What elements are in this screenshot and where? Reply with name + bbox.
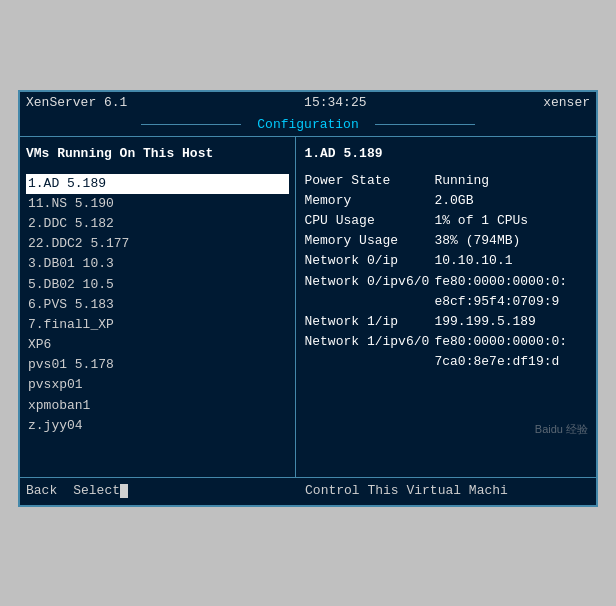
vm-list-item[interactable]: pvsxp01 [26,375,289,395]
info-row: Network 0/ip10.10.10.1 [304,252,588,270]
bottom-right-key-group: Control This Virtual Machi [305,482,508,500]
info-value: fe80:0000:0000:0: [434,273,567,291]
info-value: e8cf:95f4:0709:9 [434,293,559,311]
info-label: Network 0/ipv6/0 [304,273,434,291]
vm-list-item[interactable]: XP6 [26,335,289,355]
info-value: 38% (794MB) [434,232,520,250]
bottom-action: Control This Virtual Machi [305,483,508,498]
vm-list-item[interactable]: 7.finall_XP [26,315,289,335]
cursor [120,484,128,498]
info-label [304,293,434,311]
selected-vm-title: 1.AD 5.189 [304,145,588,163]
vm-list-item[interactable]: 11.NS 5.190 [26,194,289,214]
title-bar-left: XenServer 6.1 [26,94,127,112]
info-value: 199.199.5.189 [434,313,535,331]
left-panel: VMs Running On This Host 1.AD 5.18911.NS… [20,137,296,477]
info-value: 7ca0:8e7e:df19:d [434,353,559,371]
info-value: Running [434,172,489,190]
title-bar-right: xenser [543,94,590,112]
info-row: CPU Usage1% of 1 CPUs [304,212,588,230]
info-row: 7ca0:8e7e:df19:d [304,353,588,371]
info-label: Power State [304,172,434,190]
vm-details: Power StateRunningMemory2.0GBCPU Usage1%… [304,172,588,372]
vm-list-item[interactable]: 2.DDC 5.182 [26,214,289,234]
watermark: Baidu 经验 [535,422,588,437]
info-row: Power StateRunning [304,172,588,190]
terminal-wrapper: XenServer 6.1 15:34:25 xenser Configurat… [0,0,616,606]
info-label: Memory Usage [304,232,434,250]
vm-list-item[interactable]: 3.DB01 10.3 [26,254,289,274]
bottom-left-keys: Back Select [26,482,289,500]
vm-list-item[interactable]: pvs01 5.178 [26,355,289,375]
bottom-right-keys: Control This Virtual Machi [305,482,590,500]
info-label: Network 1/ipv6/0 [304,333,434,351]
info-value: 10.10.10.1 [434,252,512,270]
info-row: Network 1/ip199.199.5.189 [304,313,588,331]
bottom-key-group: Back [26,482,57,500]
bottom-bar: Back Select Control This Virtual Machi [20,477,596,504]
info-label: Network 0/ip [304,252,434,270]
info-label: Memory [304,192,434,210]
title-bar: XenServer 6.1 15:34:25 xenser [20,92,596,114]
config-bar-label: Configuration [257,117,358,132]
bottom-key-group: Select [73,482,128,500]
vm-list: 1.AD 5.18911.NS 5.1902.DDC 5.18222.DDC2 … [26,174,289,436]
info-label [304,353,434,371]
info-label: CPU Usage [304,212,434,230]
info-row: Memory2.0GB [304,192,588,210]
vm-list-item[interactable]: 1.AD 5.189 [26,174,289,194]
info-value: 1% of 1 CPUs [434,212,528,230]
info-value: fe80:0000:0000:0: [434,333,567,351]
main-content: VMs Running On This Host 1.AD 5.18911.NS… [20,137,596,477]
bottom-action: Back [26,483,57,498]
vm-list-item[interactable]: xpmoban1 [26,396,289,416]
vm-list-item[interactable]: 6.PVS 5.183 [26,295,289,315]
bottom-action: Select [73,483,128,498]
panel-title: VMs Running On This Host [26,145,289,163]
info-row: Network 1/ipv6/0fe80:0000:0000:0: [304,333,588,351]
vm-list-item[interactable]: 5.DB02 10.5 [26,275,289,295]
config-bar: Configuration [20,114,596,137]
info-row: Network 0/ipv6/0fe80:0000:0000:0: [304,273,588,291]
info-row: e8cf:95f4:0709:9 [304,293,588,311]
info-label: Network 1/ip [304,313,434,331]
info-row: Memory Usage38% (794MB) [304,232,588,250]
terminal: XenServer 6.1 15:34:25 xenser Configurat… [18,90,598,507]
info-value: 2.0GB [434,192,473,210]
vm-list-item[interactable]: z.jyy04 [26,416,289,436]
vm-list-item[interactable]: 22.DDC2 5.177 [26,234,289,254]
title-bar-center: 15:34:25 [304,94,366,112]
